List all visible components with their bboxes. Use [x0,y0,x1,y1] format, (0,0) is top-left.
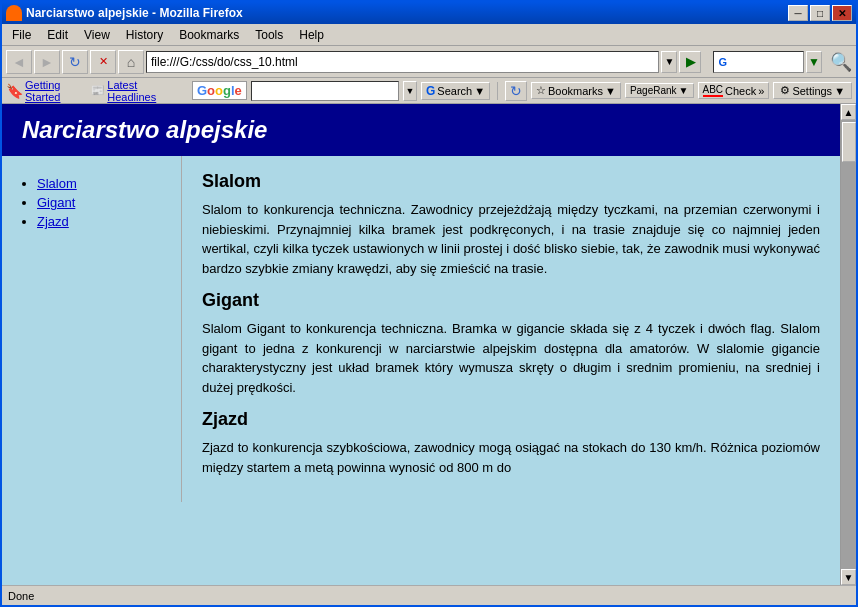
getting-started-icon: 🔖 [6,83,23,99]
close-button[interactable]: ✕ [832,5,852,21]
browser-content: Narciarstwo alpejskie Slalom Gigant [2,104,856,585]
star-icon: ☆ [536,84,546,97]
page-header: Narciarstwo alpejskie [2,104,840,156]
nav-link-zjazd[interactable]: Zjazd [37,214,69,229]
section-heading-slalom: Slalom [202,171,820,192]
search-label: Search [437,85,472,97]
bookmarks-bar: 🔖 Getting Started 📰 Latest Headlines Goo… [2,78,856,104]
check-label: Check [725,85,756,97]
refresh-toolbar-button[interactable]: ↻ [505,81,527,101]
section-heading-zjazd: Zjazd [202,409,820,430]
g-search-icon: G [718,56,727,68]
minimize-button[interactable]: ─ [788,5,808,21]
nav-list: Slalom Gigant Zjazd [17,176,166,229]
refresh-button[interactable]: ↻ [62,50,88,74]
pagerank-arrow: ▼ [679,85,689,96]
main-content: Slalom Slalom to konkurencja techniczna.… [182,156,840,502]
latest-headlines-link[interactable]: 📰 Latest Headlines [91,79,177,103]
title-bar-left: Narciarstwo alpejskie - Mozilla Firefox [6,5,243,21]
google-search-input[interactable] [251,81,399,101]
scrollbar-track[interactable] [841,120,856,569]
scrollbar-up-button[interactable]: ▲ [841,104,856,120]
back-button[interactable]: ◄ [6,50,32,74]
search-go-button[interactable]: ▼ [806,51,822,73]
status-bar: Done [2,585,856,605]
nav-search-icon[interactable]: 🔍 [830,51,852,73]
check-button[interactable]: ABC Check » [698,82,770,99]
gear-icon: ⚙ [780,84,790,97]
nav-item-gigant: Gigant [37,195,166,210]
maximize-button[interactable]: □ [810,5,830,21]
google-nav-search-input[interactable] [729,56,799,68]
bookmarks-arrow: ▼ [605,85,616,97]
menu-edit[interactable]: Edit [39,26,76,44]
menu-file[interactable]: File [4,26,39,44]
g-circle-icon: G [426,84,435,98]
bookmarks-toolbar-button[interactable]: ☆ Bookmarks ▼ [531,82,621,99]
latest-headlines-label[interactable]: Latest Headlines [107,79,177,103]
nav-link-gigant[interactable]: Gigant [37,195,75,210]
getting-started-link[interactable]: 🔖 Getting Started [6,79,87,103]
search-dropdown-arrow: ▼ [474,85,485,97]
nav-item-slalom: Slalom [37,176,166,191]
menu-help[interactable]: Help [291,26,332,44]
bookmarks-toolbar-label: Bookmarks [548,85,603,97]
google-logo[interactable]: Google [192,81,247,100]
menu-tools[interactable]: Tools [247,26,291,44]
page: Narciarstwo alpejskie Slalom Gigant [2,104,840,585]
page-area: Narciarstwo alpejskie Slalom Gigant [2,104,840,585]
section-text-slalom: Slalom to konkurencja techniczna. Zawodn… [202,200,820,278]
forward-button[interactable]: ► [34,50,60,74]
window-title: Narciarstwo alpejskie - Mozilla Firefox [26,6,243,20]
pagerank-label: PageRank [630,85,677,96]
refresh-circle-icon: ↻ [510,83,522,99]
page-body: Slalom Gigant Zjazd Slalom [2,156,840,502]
title-bar: Narciarstwo alpejskie - Mozilla Firefox … [2,2,856,24]
section-heading-gigant: Gigant [202,290,820,311]
menu-history[interactable]: History [118,26,171,44]
status-text: Done [8,590,34,602]
nav-item-zjazd: Zjazd [37,214,166,229]
scrollbar-thumb[interactable] [842,122,856,162]
title-controls: ─ □ ✕ [788,5,852,21]
sidebar: Slalom Gigant Zjazd [2,156,182,502]
section-text-zjazd: Zjazd to konkurencja szybkościowa, zawod… [202,438,820,477]
separator-1 [497,82,498,100]
section-text-gigant: Slalom Gigant to konkurencja techniczna.… [202,319,820,397]
pagerank-button[interactable]: PageRank ▼ [625,83,694,98]
address-input[interactable] [146,51,659,73]
nav-bar: ◄ ► ↻ ✕ ⌂ ▼ ▶ G ▼ 🔍 [2,46,856,78]
stop-button[interactable]: ✕ [90,50,116,74]
address-dropdown[interactable]: ▼ [661,51,677,73]
menu-bookmarks[interactable]: Bookmarks [171,26,247,44]
google-search-dropdown[interactable]: ▼ [403,81,417,101]
home-button[interactable]: ⌂ [118,50,144,74]
scrollbar: ▲ ▼ [840,104,856,585]
go-button[interactable]: ▶ [679,51,701,73]
settings-label: Settings [792,85,832,97]
page-title: Narciarstwo alpejskie [22,116,820,144]
browser-window: Narciarstwo alpejskie - Mozilla Firefox … [0,0,858,607]
scrollbar-down-button[interactable]: ▼ [841,569,856,585]
nav-link-slalom[interactable]: Slalom [37,176,77,191]
menu-view[interactable]: View [76,26,118,44]
settings-button[interactable]: ⚙ Settings ▼ [773,82,852,99]
settings-arrow: ▼ [834,85,845,97]
abc-icon: ABC [703,84,724,97]
google-search-button[interactable]: G Search ▼ [421,82,490,100]
getting-started-label[interactable]: Getting Started [25,79,87,103]
check-arrow: » [758,85,764,97]
menu-bar: File Edit View History Bookmarks Tools H… [2,24,856,46]
firefox-icon [6,5,22,21]
latest-headlines-icon: 📰 [91,84,105,97]
